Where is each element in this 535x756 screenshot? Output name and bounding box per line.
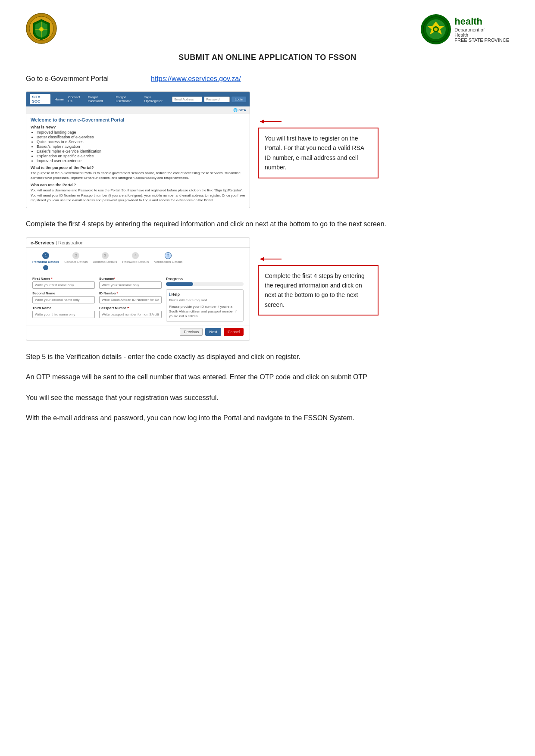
step-5-num: 5 [165, 252, 172, 259]
step-1-label: Personal Details [32, 260, 59, 264]
portal-welcome-title: Welcome to the new e-Government Portal [31, 117, 245, 122]
step-1: 1 Personal Details [32, 252, 59, 270]
previous-button[interactable]: Previous [180, 328, 203, 336]
nav-password-input[interactable] [204, 97, 230, 102]
login-text: With the e-mail address and password, yo… [26, 412, 509, 424]
nav-forgot-user: Forgot Username [116, 95, 140, 103]
annotation1-text: You will first have to register on the P… [265, 135, 364, 171]
portal-who-text: You will need a Username and Password to… [31, 188, 245, 203]
nav-email-input[interactable] [172, 97, 202, 102]
annotation2-box: Complete the first 4 steps by entering t… [258, 265, 379, 316]
reg-footer: Previous Next Cancel [26, 325, 250, 340]
portal-section-label: Go to e-Government Portal [26, 75, 138, 83]
annotation2-text: Complete the first 4 steps by entering t… [265, 272, 365, 308]
portal-link[interactable]: https://www.eservices.gov.za/ [151, 75, 241, 83]
page-header: health Department of Health FREE STATE P… [26, 13, 509, 45]
health-dept-seal [421, 14, 451, 44]
help-required-text: Fields with * are required. [169, 298, 241, 303]
cancel-button[interactable]: Cancel [224, 328, 244, 336]
first-name-input[interactable] [32, 281, 95, 289]
list-item: Improved user experience [37, 159, 245, 163]
step-2: 2 Contact Details [64, 252, 88, 270]
list-item: Improved landing page [37, 130, 245, 134]
svg-point-8 [434, 28, 438, 31]
reg-fields-left: First Name * Second Name Third Name [32, 277, 99, 322]
progress-bar [166, 282, 244, 286]
step-2-label: Contact Details [64, 260, 88, 264]
annotation2-container: Complete the first 4 steps by entering t… [258, 237, 379, 316]
reg-header: e-Services | Registration [26, 238, 250, 248]
help-id-text: Please provide your ID number if you're … [169, 304, 241, 319]
list-item: Quick access to e-Services [37, 140, 245, 144]
step-3-label: Address Details [93, 260, 117, 264]
reg-subtitle-text: Registration [58, 240, 84, 245]
nav-login-button[interactable]: Login [232, 97, 246, 102]
portal-screenshot-row: SITA SOC Home Contact Us Forgot Password… [26, 91, 509, 208]
first-name-label: First Name * [32, 277, 95, 281]
nav-contact: Contact Us [68, 95, 84, 103]
arrow-annotation1 [258, 117, 284, 126]
otp-text: An OTP message will be sent to the cell … [26, 371, 509, 383]
id-number-input[interactable] [99, 296, 162, 303]
health-title: health [454, 16, 509, 27]
passport-input[interactable] [99, 311, 162, 318]
list-item: Easier/simpler e-Service identification [37, 149, 245, 153]
step-1-indicator [43, 265, 48, 270]
second-name-input[interactable] [32, 296, 95, 303]
portal-what-new-list: Improved landing page Better classificat… [31, 130, 245, 163]
nav-forgot-pass: Forgot Password [88, 95, 112, 103]
step-4-label: Password Details [122, 260, 149, 264]
step-4-num: 4 [132, 252, 139, 259]
portal-section-row: Go to e-Government Portal https://www.es… [26, 75, 509, 83]
help-icon: ℹ [169, 292, 170, 297]
reg-fields-center: Surname* ID Number* Passport Number* [99, 277, 166, 322]
svg-point-4 [39, 27, 44, 31]
arrow-annotation2 [258, 255, 284, 263]
reg-mockup: e-Services | Registration 1 Personal Det… [26, 237, 250, 341]
list-item: Explanation on specific e-Service [37, 154, 245, 158]
id-number-label: ID Number* [99, 291, 162, 295]
reg-title: e-Services [31, 240, 54, 245]
nav-signup: Sign Up/Register [144, 95, 168, 103]
provincial-logo-icon [26, 13, 57, 44]
annotation1-box: You will first have to register on the P… [258, 128, 379, 178]
page-title: SUBMIT AN ONLINE APPLICATION TO FSSON [26, 53, 509, 62]
success-text: You will see the message that your regis… [26, 392, 509, 403]
surname-input[interactable] [99, 281, 162, 289]
portal-what-new-title: What is New? [31, 125, 245, 129]
step5-text: Step 5 is the Verification details - ent… [26, 351, 509, 362]
reg-body: First Name * Second Name Third Name Surn… [26, 273, 250, 325]
reg-section-row: e-Services | Registration 1 Personal Det… [26, 237, 509, 341]
dept-line2: Health [454, 32, 509, 37]
next-button[interactable]: Next [205, 328, 221, 336]
step-3: 3 Address Details [93, 252, 117, 270]
help-title: ℹ Help [169, 292, 241, 297]
annotation1-container: You will first have to register on the P… [258, 91, 379, 178]
portal-purpose-text: The purpose of the e-Government Portal i… [31, 171, 245, 180]
logo-left [26, 13, 57, 45]
health-dept-text: health Department of Health FREE STATE P… [454, 16, 509, 43]
third-name-label: Third Name [32, 306, 95, 310]
step-2-num: 2 [72, 252, 79, 259]
instruction-text: Complete the first 4 steps by entering t… [26, 219, 509, 230]
progress-label: Progress [166, 277, 244, 281]
reg-right-panel: Progress ℹ Help Fields with * are requir… [166, 277, 244, 322]
third-name-input[interactable] [32, 311, 95, 318]
sita-soc-logo: SITA SOC [30, 94, 50, 104]
surname-label: Surname* [99, 277, 162, 281]
step-3-num: 3 [102, 252, 109, 259]
second-name-label: Second Name [32, 291, 95, 295]
step-1-num: 1 [42, 252, 49, 259]
portal-who-title: Who can use the Portal? [31, 183, 245, 187]
list-item: Easier/simpler navigation [37, 144, 245, 149]
portal-mockup: SITA SOC Home Contact Us Forgot Password… [26, 91, 250, 208]
step-5: 5 Verification Details [154, 252, 182, 270]
portal-purpose-title: What is the purpose of the Portal? [31, 166, 245, 170]
step-4: 4 Password Details [122, 252, 149, 270]
portal-content: Welcome to the new e-Government Portal W… [26, 114, 250, 208]
progress-bar-fill [166, 282, 193, 286]
portal-sita-bar: 🌐 SITA [26, 106, 250, 114]
passport-label: Passport Number* [99, 306, 162, 310]
sita-label: 🌐 SITA [233, 108, 246, 112]
svg-marker-12 [260, 257, 264, 261]
